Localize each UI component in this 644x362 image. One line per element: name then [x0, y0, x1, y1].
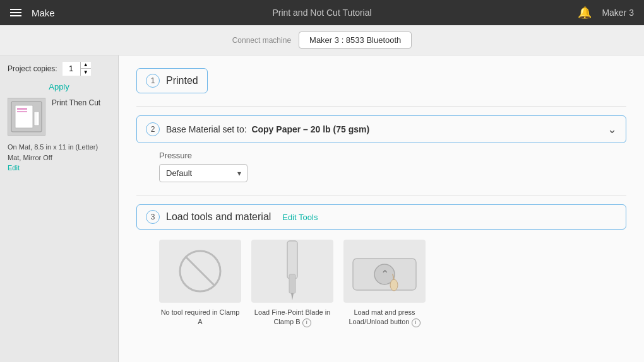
menu-button[interactable]: Make — [10, 8, 55, 18]
step3-title: Load tools and material — [166, 211, 271, 223]
copies-decrement[interactable]: ▼ — [81, 69, 91, 76]
copies-stepper[interactable]: 1 ▲ ▼ — [63, 62, 91, 76]
step2-number: 2 — [146, 122, 160, 136]
tool-card-2: Load Fine-Point Blade in Clamp B i — [251, 240, 333, 327]
step2-material: Copy Paper – 20 lb (75 gsm) — [251, 124, 369, 134]
main-layout: Project copies: 1 ▲ ▼ Apply — [0, 55, 644, 362]
copies-increment[interactable]: ▲ — [81, 62, 91, 69]
page-title: Print and Not Cut Tutorial — [272, 8, 371, 18]
info-icon-3[interactable]: i — [412, 318, 420, 327]
chevron-down-icon[interactable]: ⌄ — [607, 122, 617, 136]
step1-header: 1 Printed — [136, 68, 208, 93]
machine-chip[interactable]: Maker 3 : 8533 Bluetooth — [299, 32, 412, 49]
left-panel: Project copies: 1 ▲ ▼ Apply — [0, 55, 119, 362]
step3-edit-tools[interactable]: Edit Tools — [282, 213, 318, 222]
tool-card-img-3: ⌃ — [343, 240, 426, 303]
divider1 — [136, 106, 626, 107]
project-copies-label: Project copies: — [8, 64, 57, 73]
svg-rect-2 — [17, 108, 27, 110]
divider2 — [136, 195, 626, 196]
svg-rect-9 — [289, 274, 295, 293]
connect-machine-label: Connect machine — [232, 36, 291, 45]
step2-prefix: Base Material set to: — [166, 124, 247, 134]
svg-text:⌃: ⌃ — [381, 269, 389, 279]
step1-section: 1 Printed — [136, 68, 626, 93]
device-name: Maker 3 — [602, 8, 634, 18]
tool-card-1: No tool required in Clamp A — [159, 240, 241, 327]
apply-button[interactable]: Apply — [8, 82, 110, 91]
svg-line-7 — [186, 257, 215, 286]
pressure-section: Pressure Default — [159, 151, 626, 182]
connect-machine-bar: Connect machine Maker 3 : 8533 Bluetooth — [0, 25, 644, 55]
right-panel: 1 Printed 2 Base Material set to: Copy P… — [119, 55, 644, 362]
step2-header: 2 Base Material set to: Copy Paper – 20 … — [136, 115, 626, 143]
svg-rect-3 — [17, 111, 27, 112]
step1-title: Printed — [166, 75, 198, 86]
info-icon-2[interactable]: i — [302, 318, 311, 327]
step3-header: 3 Load tools and material Edit Tools — [136, 204, 626, 230]
step3-section: 3 Load tools and material Edit Tools No … — [136, 204, 626, 327]
bell-icon[interactable]: 🔔 — [578, 6, 592, 20]
tool-card-label-1: No tool required in Clamp A — [159, 308, 241, 327]
thumbnail-label: Print Then Cut — [52, 98, 100, 108]
step2-section: 2 Base Material set to: Copy Paper – 20 … — [136, 115, 626, 182]
step3-number: 3 — [146, 210, 160, 224]
svg-point-14 — [390, 279, 398, 291]
make-label: Make — [32, 8, 55, 18]
step2-title: Base Material set to: Copy Paper – 20 lb… — [166, 124, 369, 134]
svg-marker-10 — [291, 293, 294, 300]
hamburger-icon — [10, 9, 21, 16]
mat-info: On Mat, 8.5 in x 11 in (Letter) Mat, Mir… — [8, 142, 110, 173]
tool-card-label-3: Load mat and press Load/Unload button i — [343, 308, 426, 327]
tool-card-label-2: Load Fine-Point Blade in Clamp B i — [251, 308, 333, 327]
topbar-right: 🔔 Maker 3 — [578, 6, 634, 20]
edit-link[interactable]: Edit — [8, 164, 20, 172]
pressure-select[interactable]: Default — [159, 164, 247, 182]
tool-card-img-2 — [251, 240, 333, 303]
tool-card-3: ⌃ Load mat and press Load/Unload button … — [343, 240, 426, 327]
tool-card-img-1 — [159, 240, 241, 303]
pressure-select-wrap: Default — [159, 164, 247, 182]
topbar: Make Print and Not Cut Tutorial 🔔 Maker … — [0, 0, 644, 25]
svg-rect-4 — [34, 112, 39, 126]
thumbnail-row: Print Then Cut — [8, 98, 110, 136]
copies-value: 1 — [63, 62, 80, 76]
svg-rect-8 — [287, 241, 297, 279]
thumbnail-image — [8, 98, 45, 136]
tool-cards: No tool required in Clamp A Load Fine-Po… — [159, 240, 626, 327]
copies-arrows: ▲ ▼ — [80, 62, 91, 76]
project-copies-row: Project copies: 1 ▲ ▼ — [8, 62, 110, 76]
pressure-label: Pressure — [159, 151, 626, 160]
step1-number: 1 — [146, 74, 160, 88]
mat-info-text: On Mat, 8.5 in x 11 in (Letter) Mat, Mir… — [8, 143, 98, 161]
